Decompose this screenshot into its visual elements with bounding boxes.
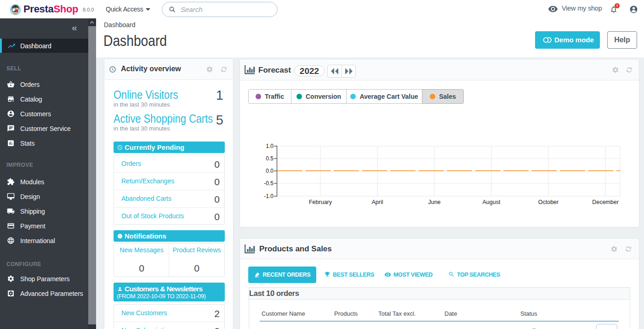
svg-text:0.5: 0.5 [266, 155, 274, 162]
svg-text:October: October [538, 199, 559, 205]
svg-text:June: June [428, 199, 440, 205]
svg-text:August: August [483, 199, 501, 205]
svg-text:February: February [309, 199, 332, 205]
svg-text:December: December [592, 199, 619, 205]
svg-text:April: April [371, 199, 383, 205]
svg-text:-0.5: -0.5 [264, 180, 274, 187]
svg-text:1.0: 1.0 [266, 143, 274, 149]
svg-text:0.0: 0.0 [266, 168, 274, 174]
svg-text:-1.0: -1.0 [264, 193, 274, 199]
